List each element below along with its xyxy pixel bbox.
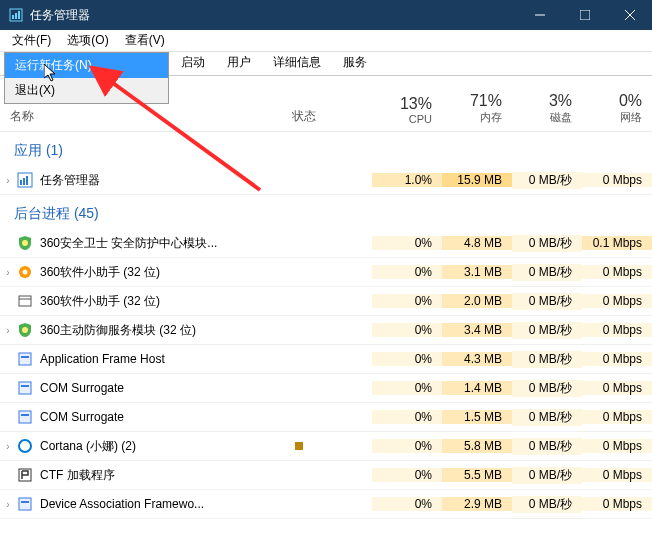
memory-cell: 1.5 MB bbox=[442, 410, 512, 424]
network-cell: 0 Mbps bbox=[582, 439, 652, 453]
cpu-cell: 0% bbox=[372, 352, 442, 366]
process-row[interactable]: ›360软件小助手 (32 位)0%3.1 MB0 MB/秒0 Mbps bbox=[0, 258, 652, 287]
process-name: 360软件小助手 (32 位) bbox=[40, 293, 292, 310]
process-list[interactable]: 应用 (1) ›任务管理器1.0%15.9 MB0 MB/秒0 Mbps 后台进… bbox=[0, 132, 652, 551]
process-row[interactable]: Application Frame Host0%4.3 MB0 MB/秒0 Mb… bbox=[0, 345, 652, 374]
process-row[interactable]: 360安全卫士 安全防护中心模块...0%4.8 MB0 MB/秒0.1 Mbp… bbox=[0, 229, 652, 258]
cpu-cell: 0% bbox=[372, 497, 442, 511]
tab-services[interactable]: 服务 bbox=[332, 50, 378, 75]
process-row[interactable]: COM Surrogate0%1.4 MB0 MB/秒0 Mbps bbox=[0, 374, 652, 403]
process-name: Cortana (小娜) (2) bbox=[40, 438, 292, 455]
cpu-cell: 0% bbox=[372, 410, 442, 424]
svg-rect-23 bbox=[21, 414, 29, 416]
cpu-percent: 13% bbox=[372, 95, 432, 113]
process-name: 360主动防御服务模块 (32 位) bbox=[40, 322, 292, 339]
disk-cell: 0 MB/秒 bbox=[512, 409, 582, 426]
cpu-label: CPU bbox=[372, 113, 432, 125]
svg-rect-20 bbox=[19, 382, 31, 394]
svg-rect-9 bbox=[20, 180, 22, 185]
expand-icon[interactable]: › bbox=[0, 267, 16, 278]
process-icon bbox=[16, 171, 34, 189]
expand-icon[interactable]: › bbox=[0, 441, 16, 452]
disk-cell: 0 MB/秒 bbox=[512, 380, 582, 397]
process-icon bbox=[16, 263, 34, 281]
app-icon bbox=[8, 7, 24, 23]
tab-startup[interactable]: 启动 bbox=[170, 50, 216, 75]
process-row[interactable]: ›Cortana (小娜) (2)0%5.8 MB0 MB/秒0 Mbps bbox=[0, 432, 652, 461]
process-name: 任务管理器 bbox=[40, 172, 292, 189]
process-name: Application Frame Host bbox=[40, 352, 292, 366]
disk-cell: 0 MB/秒 bbox=[512, 322, 582, 339]
svg-rect-5 bbox=[580, 10, 590, 20]
memory-cell: 2.9 MB bbox=[442, 497, 512, 511]
menu-item-exit[interactable]: 退出(X) bbox=[5, 78, 168, 103]
column-cpu[interactable]: 13% CPU bbox=[372, 76, 442, 131]
menu-file[interactable]: 文件(F) bbox=[4, 30, 59, 51]
svg-rect-18 bbox=[19, 353, 31, 365]
process-row[interactable]: ›360主动防御服务模块 (32 位)0%3.4 MB0 MB/秒0 Mbps bbox=[0, 316, 652, 345]
process-row[interactable]: ›任务管理器1.0%15.9 MB0 MB/秒0 Mbps bbox=[0, 166, 652, 195]
process-icon bbox=[16, 379, 34, 397]
tab-users[interactable]: 用户 bbox=[216, 50, 262, 75]
network-label: 网络 bbox=[582, 110, 642, 125]
menu-view[interactable]: 查看(V) bbox=[117, 30, 173, 51]
process-icon bbox=[16, 292, 34, 310]
close-button[interactable] bbox=[607, 0, 652, 30]
cpu-cell: 0% bbox=[372, 294, 442, 308]
window-title: 任务管理器 bbox=[30, 7, 90, 24]
minimize-button[interactable] bbox=[517, 0, 562, 30]
expand-icon[interactable]: › bbox=[0, 175, 16, 186]
cpu-cell: 0% bbox=[372, 468, 442, 482]
memory-cell: 4.8 MB bbox=[442, 236, 512, 250]
svg-rect-2 bbox=[15, 13, 17, 19]
tab-details[interactable]: 详细信息 bbox=[262, 50, 332, 75]
memory-cell: 1.4 MB bbox=[442, 381, 512, 395]
cpu-cell: 0% bbox=[372, 381, 442, 395]
process-name: COM Surrogate bbox=[40, 381, 292, 395]
svg-rect-15 bbox=[19, 296, 31, 306]
section-background: 后台进程 (45) bbox=[0, 195, 652, 229]
memory-percent: 71% bbox=[442, 92, 502, 110]
svg-point-14 bbox=[23, 270, 28, 275]
column-memory[interactable]: 71% 内存 bbox=[442, 76, 512, 131]
process-row[interactable]: 360软件小助手 (32 位)0%2.0 MB0 MB/秒0 Mbps bbox=[0, 287, 652, 316]
process-icon bbox=[16, 321, 34, 339]
network-cell: 0 Mbps bbox=[582, 468, 652, 482]
process-name: CTF 加载程序 bbox=[40, 467, 292, 484]
process-row[interactable]: CTF 加载程序0%5.5 MB0 MB/秒0 Mbps bbox=[0, 461, 652, 490]
memory-cell: 5.5 MB bbox=[442, 468, 512, 482]
disk-cell: 0 MB/秒 bbox=[512, 438, 582, 455]
svg-rect-3 bbox=[18, 11, 20, 19]
expand-icon[interactable]: › bbox=[0, 325, 16, 336]
cpu-cell: 1.0% bbox=[372, 173, 442, 187]
svg-point-12 bbox=[22, 240, 28, 246]
svg-rect-22 bbox=[19, 411, 31, 423]
network-cell: 0 Mbps bbox=[582, 173, 652, 187]
column-status[interactable]: 状态 bbox=[292, 76, 372, 131]
maximize-button[interactable] bbox=[562, 0, 607, 30]
svg-point-24 bbox=[19, 440, 31, 452]
menubar: 文件(F) 选项(O) 查看(V) bbox=[0, 30, 652, 52]
disk-cell: 0 MB/秒 bbox=[512, 293, 582, 310]
process-name: 360安全卫士 安全防护中心模块... bbox=[40, 235, 292, 252]
menu-item-run-new-task[interactable]: 运行新任务(N) bbox=[5, 53, 168, 78]
disk-percent: 3% bbox=[512, 92, 572, 110]
process-row[interactable]: COM Surrogate0%1.5 MB0 MB/秒0 Mbps bbox=[0, 403, 652, 432]
titlebar: 任务管理器 bbox=[0, 0, 652, 30]
section-apps: 应用 (1) bbox=[0, 132, 652, 166]
process-name: COM Surrogate bbox=[40, 410, 292, 424]
menu-options[interactable]: 选项(O) bbox=[59, 30, 116, 51]
process-icon bbox=[16, 437, 34, 455]
network-cell: 0 Mbps bbox=[582, 294, 652, 308]
column-network[interactable]: 0% 网络 bbox=[582, 76, 652, 131]
expand-icon[interactable]: › bbox=[0, 499, 16, 510]
svg-rect-19 bbox=[21, 356, 29, 358]
memory-cell: 2.0 MB bbox=[442, 294, 512, 308]
process-icon bbox=[16, 408, 34, 426]
memory-cell: 15.9 MB bbox=[442, 173, 512, 187]
disk-cell: 0 MB/秒 bbox=[512, 496, 582, 513]
svg-rect-1 bbox=[12, 15, 14, 19]
process-status bbox=[292, 439, 372, 453]
process-row[interactable]: ›Device Association Framewo...0%2.9 MB0 … bbox=[0, 490, 652, 519]
column-disk[interactable]: 3% 磁盘 bbox=[512, 76, 582, 131]
